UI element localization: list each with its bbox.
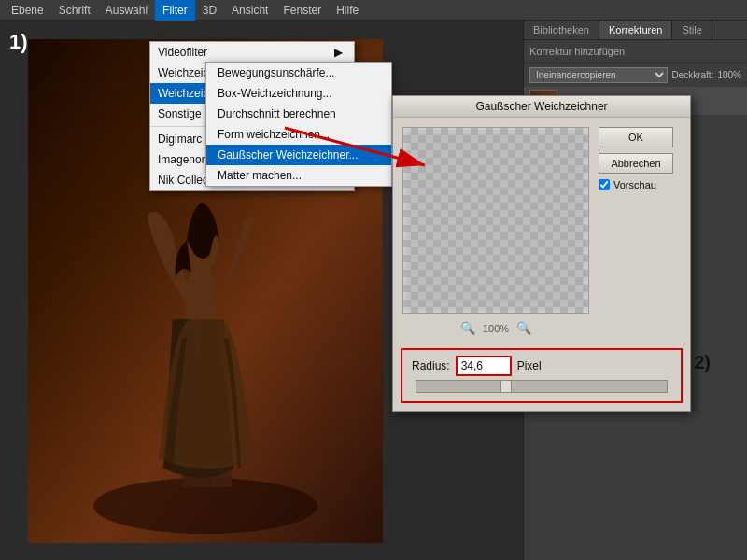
submenu-form-weichzeichnen[interactable]: Form weichzeichnen...	[206, 124, 391, 145]
canvas-label-1: 1)	[9, 30, 28, 54]
panel-tabs: Bibliotheken Korrekturen Stile	[524, 21, 747, 40]
zoom-bar: 🔍 100% 🔍	[402, 317, 589, 339]
menu-fenster[interactable]: Fenster	[275, 0, 329, 21]
preview-checkbox[interactable]	[599, 179, 610, 190]
preview-checkbox-row: Vorschau	[599, 179, 673, 190]
menubar: Ebene Schrift Auswahl Filter 3D Ansicht …	[0, 0, 747, 21]
submenu-gaussscher-weichzeichner[interactable]: Gaußscher Weichzeichner...	[206, 145, 391, 165]
preview-overlay	[403, 128, 588, 313]
opacity-label: Deckkraft:	[671, 70, 713, 80]
main-area: 1) Videofilter ▶ Weichzeichnergalerie We…	[0, 21, 747, 560]
radius-unit-label: Pixel	[517, 359, 542, 372]
menu-filter[interactable]: Filter	[155, 0, 195, 21]
menu-schrift[interactable]: Schrift	[51, 0, 98, 21]
zoom-in-icon[interactable]: 🔍	[516, 321, 531, 335]
radius-row: Radius: Pixel 2)	[412, 356, 671, 376]
submenu-matter-machen[interactable]: Matter machen...	[206, 165, 391, 186]
radius-input[interactable]	[456, 356, 512, 376]
dialog-buttons: OK Abbrechen Vorschau	[599, 127, 673, 339]
slider-container	[412, 380, 671, 396]
radius-slider[interactable]	[416, 380, 668, 393]
gaussian-blur-dialog: Gaußscher Weichzeichner 🔍 100% 🔍 OK Abbr…	[392, 95, 691, 412]
label-2: 2)	[694, 352, 711, 373]
submenu-box-weichzeichnung[interactable]: Box-Weichzeichnung...	[206, 83, 391, 104]
menu-item-videofilter[interactable]: Videofilter ▶	[150, 42, 354, 63]
dialog-body: 🔍 100% 🔍 OK Abbrechen Vorschau	[393, 118, 690, 348]
menu-ebene[interactable]: Ebene	[4, 0, 51, 21]
blend-mode-select[interactable]: Ineinandercopieren	[529, 67, 668, 83]
ok-button[interactable]: OK	[599, 127, 673, 147]
menu-auswahl[interactable]: Auswahl	[98, 0, 155, 21]
submenu-arrow-icon: ▶	[334, 46, 343, 59]
submenu-bewegungsunschärfe[interactable]: Bewegungsunschärfe...	[206, 63, 391, 83]
zoom-out-icon[interactable]: 🔍	[460, 321, 475, 335]
blend-row: Ineinandercopieren Deckkraft: 100%	[524, 63, 747, 87]
weichzeichnung-submenu: Bewegungsunschärfe... Box-Weichzeichnung…	[205, 62, 392, 187]
preview-label: Vorschau	[613, 179, 656, 190]
dialog-preview[interactable]	[402, 127, 589, 314]
radius-label: Radius:	[412, 359, 450, 372]
dialog-titlebar: Gaußscher Weichzeichner	[393, 96, 690, 118]
panel-section-label: Korrektur hinzufügen	[524, 40, 747, 63]
cancel-button[interactable]: Abbrechen	[599, 153, 673, 174]
menu-hilfe[interactable]: Hilfe	[329, 0, 366, 21]
tab-bibliotheken[interactable]: Bibliotheken	[524, 21, 599, 39]
submenu-durchschnitt[interactable]: Durchschnitt berechnen	[206, 104, 391, 124]
tab-stile[interactable]: Stile	[672, 21, 712, 39]
menu-ansicht[interactable]: Ansicht	[224, 0, 275, 21]
menu-3d[interactable]: 3D	[195, 0, 224, 21]
tab-korrekturen[interactable]: Korrekturen	[599, 21, 672, 39]
radius-section: Radius: Pixel 2)	[401, 348, 683, 403]
zoom-level: 100%	[483, 323, 509, 334]
opacity-value: 100%	[717, 70, 741, 80]
